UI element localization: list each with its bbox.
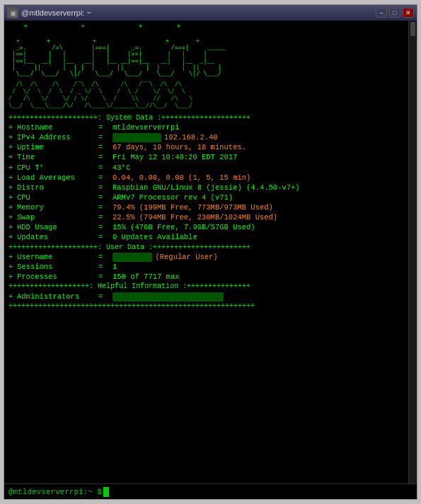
hostname-line: + Hostname = mtldevserverrpi [8, 123, 404, 132]
uptime-key: Uptime [17, 143, 98, 152]
close-button[interactable]: ✕ [403, 8, 414, 18]
section-end: ++++++++++++++++++++++++++++++++++++++++… [8, 302, 404, 311]
sessions-key: Sessions [17, 263, 98, 272]
admins-key: Administrators [17, 292, 98, 302]
username-line: + Username = ████████ (Regular User) [8, 253, 404, 262]
terminal-content[interactable]: + + + + + + + + + _=. /=\ |===| _=. /===… [4, 21, 408, 483]
terminal-window: ▣ @mtldevserverrpi: ~ – □ ✕ + + + + + + … [4, 4, 417, 500]
titlebar-left: ▣ @mtldevserverrpi: ~ [7, 7, 91, 18]
time-val: Fri May 12 10:48:20 EDT 2017 [113, 153, 237, 162]
time-key: Time [17, 153, 98, 162]
cursor [103, 487, 109, 497]
load-line: + Load Averages = 0.04, 0.08, 0.08 (1, 5… [8, 173, 404, 183]
window-title: @mtldevserverrpi: ~ [21, 8, 91, 17]
uptime-val: 67 days, 19 hours, 18 minutes. [113, 143, 246, 152]
ipv4-val: 192.168.2.40 [164, 133, 218, 142]
processes-line: + Processes = 150 of 7717 max [8, 273, 404, 282]
sessions-line: + Sessions = 1 [8, 263, 404, 272]
section-user: +++++++++++++++++++++: User Data :++++++… [8, 244, 404, 253]
hdd-key: HDD Usage [17, 223, 98, 232]
username-val: (Regular User) [155, 253, 217, 262]
time-line: + Time = Fri May 12 10:48:20 EDT 2017 [8, 153, 404, 162]
updates-val: 0 Updates Available [113, 233, 197, 242]
hostname-val: mtldevserverrpi [113, 123, 180, 132]
uptime-line: + Uptime = 67 days, 19 hours, 18 minutes… [8, 143, 404, 152]
memory-val: 79.4% (199MB Free, 773MB/973MB Used) [113, 203, 273, 212]
titlebar: ▣ @mtldevserverrpi: ~ – □ ✕ [4, 5, 417, 21]
hdd-val: 15% (47GB Free, 7.9GB/57GB Used) [113, 223, 255, 232]
updates-key: Updates [17, 233, 98, 242]
cputemp-key: CPU T° [17, 164, 98, 173]
distro-val: Raspbian GNU/Linux 8 (jessie) (4.4.50-v7… [113, 183, 300, 193]
admins-line: + Administrators = █████████████████████… [8, 292, 404, 302]
distro-key: Distro [17, 183, 98, 193]
cpu-key: CPU [17, 193, 98, 202]
username-key: Username [17, 253, 98, 262]
cpu-line: + CPU = ARMv7 Processor rev 4 (v71) [8, 193, 404, 202]
cpu-val: ARMv7 Processor rev 4 (v71) [113, 193, 233, 202]
memory-line: + Memory = 79.4% (199MB Free, 773MB/973M… [8, 203, 404, 212]
window-controls: – □ ✕ [376, 8, 414, 18]
ascii-dots: + + + + + + + + + [8, 23, 404, 45]
prompt-text: @mtldevserverrpi:~ $ [8, 488, 102, 496]
memory-key: Memory [17, 203, 98, 212]
username-blur: ████████ [113, 253, 152, 262]
ipv4-line: + IPv4 Address = ██████████ 192.168.2.40 [8, 133, 404, 142]
ascii-banner: _=. /=\ |===| _=. /===| _____ |==| | | |… [8, 45, 404, 79]
minimize-button[interactable]: – [376, 8, 387, 18]
hostname-key: Hostname [17, 123, 98, 132]
processes-val: 150 of 7717 max [113, 273, 180, 282]
swap-val: 22.5% (794MB Free, 230MB/1024MB Used) [113, 213, 277, 222]
distro-line: + Distro = Raspbian GNU/Linux 8 (jessie)… [8, 183, 404, 193]
swap-line: + Swap = 22.5% (794MB Free, 230MB/1024MB… [8, 213, 404, 222]
app-icon: ▣ [7, 7, 18, 18]
load-key: Load Averages [17, 173, 98, 183]
scrollbar[interactable] [408, 21, 417, 483]
processes-key: Processes [17, 273, 98, 282]
terminal-area: + + + + + + + + + _=. /=\ |===| _=. /===… [4, 21, 417, 483]
updates-line: + Updates = 0 Updates Available [8, 233, 404, 242]
hdd-line: + HDD Usage = 15% (47GB Free, 7.9GB/57GB… [8, 223, 404, 232]
admins-blur: ████████████████████████ [113, 292, 224, 302]
cputemp-line: + CPU T° = 43°C [8, 164, 404, 173]
ipv4-key: IPv4 Address [17, 133, 98, 142]
hex-logo: /\ /\ /\ /‾\ /\ /\ /‾‾\ /\ /\ / \/ \ / \… [8, 81, 404, 110]
prompt-bar: @mtldevserverrpi:~ $ [4, 483, 417, 499]
load-val: 0.04, 0.08, 0.08 (1, 5, 15 min) [113, 173, 250, 183]
swap-key: Swap [17, 213, 98, 222]
ipv4-blur: ██████████ [113, 133, 161, 142]
sessions-val: 1 [113, 263, 117, 272]
cputemp-val: 43°C [113, 164, 130, 173]
section-system: +++++++++++++++++++++: System Data :++++… [8, 114, 404, 123]
section-helpful: +++++++++++++++++++: Helpful Information… [8, 282, 404, 292]
maximize-button[interactable]: □ [389, 8, 400, 18]
